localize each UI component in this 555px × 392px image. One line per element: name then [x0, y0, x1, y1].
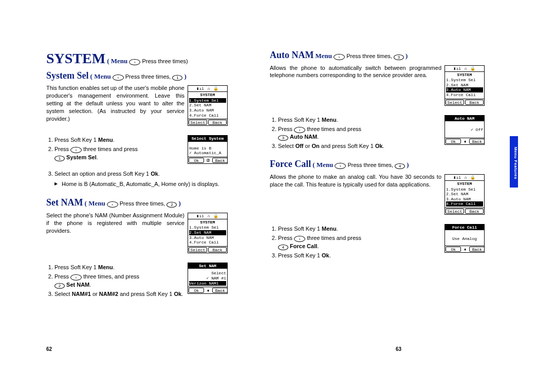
page-number-right: 63	[396, 346, 401, 352]
auto-nam-steps: Press Soft Key 1 Menu. Press › three tim…	[270, 116, 441, 151]
phone-screenshot: Set NAM Select ✓ NAM #1 Verizon NAM1 Ok …	[188, 263, 228, 294]
nav-right-icon: ›	[107, 201, 118, 208]
key-3-icon: 3	[278, 135, 288, 141]
phone-screenshot: Select System Home is B ✓ Automatic_A Ok…	[188, 135, 228, 164]
system-sel-tail-a: Press three times,	[125, 73, 173, 80]
step: Press › three times and press 4 Force Ca…	[278, 234, 441, 251]
page-number-left: 62	[46, 346, 52, 352]
phone-row: 2.Set NAM	[446, 83, 483, 88]
step-strong: Force Call	[290, 243, 317, 249]
force-call-tail-a: Press three times,	[347, 162, 395, 168]
step-text: Select an option and press Soft Key 1	[54, 171, 151, 177]
nav-right-icon: ›	[129, 59, 140, 65]
phone-soft-mid: ♦	[461, 138, 469, 144]
phone-screenshot: ▮ıl ⌂ 🔒 SYSTEM 1.System Sel 2.Set NAM 3.…	[188, 213, 228, 253]
force-call-menu: ( Menu	[312, 161, 333, 169]
step-text: Press	[54, 146, 70, 152]
phone-row: Select	[189, 271, 226, 276]
force-call-steps-row: Press Soft Key 1 Menu. Press › three tim…	[270, 223, 486, 261]
nav-right-icon: ›	[70, 274, 82, 281]
phone-title: SYSTEM	[445, 72, 484, 78]
system-sel-intro: This function enables set up of the user…	[46, 84, 184, 122]
phone-row: ✓ Off	[446, 127, 483, 133]
step-text: .	[337, 226, 338, 232]
phone-screenshot: ▮ıl ⌂ 🔒 SYSTEM 1.System Sel 2.Set NAM 3.…	[445, 65, 485, 106]
step-text: .	[89, 282, 91, 288]
phone-soft-right: Back	[469, 139, 485, 144]
force-call-heading: Force Call ( Menu › Press three times, 4…	[270, 159, 486, 170]
phone-softkeys: Ok ♦ Back	[445, 246, 484, 252]
key-1-icon: 1	[54, 156, 65, 161]
step-strong: On	[311, 143, 319, 149]
step-text: .	[317, 134, 319, 140]
phone-row: 3.Auto NAM	[189, 108, 226, 113]
auto-nam-head: Auto NAM	[270, 50, 314, 60]
phone-row: 2.Set NAM	[446, 192, 483, 197]
step-strong: Set NAM	[66, 282, 89, 288]
system-title-menu: ( Menu	[107, 57, 127, 65]
phone-status-bar: ▮ıl ⌂ 🔒	[445, 175, 484, 181]
nav-right-icon: ›	[294, 127, 305, 133]
step-strong: NAM#2	[99, 291, 118, 297]
step: Select Off or On and press Soft Key 1 Ok…	[278, 142, 441, 151]
system-title-tail: Press three times)	[142, 58, 188, 64]
phone-screenshot: Force Call Use Analog Ok ♦ Back	[445, 224, 485, 253]
system-sel-intro-row: This function enables set up of the user…	[46, 84, 229, 130]
phone-softkeys: Ok ♦ Back	[445, 138, 484, 144]
step-text: .	[158, 171, 160, 177]
step-strong: Ok	[322, 252, 329, 258]
step-text: .	[181, 291, 183, 297]
step-text: three times and press	[82, 146, 138, 152]
system-sel-steps: Press Soft Key 1 Menu. Press › three tim…	[46, 136, 184, 162]
set-nam-tail-b: )	[179, 199, 181, 207]
phone-title: SYSTEM	[445, 181, 484, 187]
phone-screenshot: Auto NAM ✓ Off Ok ♦ Back	[445, 115, 485, 145]
phone-softkeys: Select Back	[445, 208, 484, 214]
nav-right-icon: ›	[334, 54, 345, 60]
phone-row: Verizon NAM1	[189, 281, 226, 286]
step-text: Press Soft Key 1	[278, 226, 322, 232]
step: Press Soft Key 1 Menu.	[278, 116, 441, 124]
phone-softkeys: Ok ⦿ Back	[188, 157, 227, 163]
step-text: Press	[54, 273, 70, 279]
step-text: .	[113, 137, 115, 143]
phone-row: ✓ Automatic_A	[189, 151, 226, 156]
phone-soft-right: Back	[465, 209, 484, 214]
nav-right-icon: ›	[294, 236, 305, 242]
step: Press › three times and press 3 Auto NAM…	[278, 125, 441, 142]
system-sel-steps-row: Press Soft Key 1 Menu. Press › three tim…	[46, 134, 229, 168]
auto-nam-heading: Auto NAM Menu › Press three times, 3 )	[270, 50, 486, 61]
step-text: three times and press	[305, 126, 361, 132]
key-2-icon: 2	[54, 283, 65, 289]
phone-row: 1.System Sel	[446, 187, 483, 192]
step: Press › three times, and press 2 Set NAM…	[54, 273, 184, 289]
step: Select NAM#1 or NAM#2 and press Soft Key…	[54, 290, 184, 298]
system-sel-head: System Sel	[46, 70, 89, 81]
auto-nam-intro-row: Allows the phone to automatically switch…	[270, 64, 486, 110]
step-text: and press Soft Key 1	[320, 143, 375, 149]
step-text: or	[91, 291, 99, 297]
nav-right-icon: ›	[113, 74, 124, 81]
phone-row: 1.System Sel	[446, 78, 483, 83]
step-text: or	[304, 143, 312, 149]
step-strong: Ok	[151, 171, 158, 177]
set-nam-heading: Set NAM ( Menu › Press three times, 2 )	[46, 197, 229, 209]
set-nam-steps-row: Press Soft Key 1 Menu. Press › three tim…	[46, 262, 229, 300]
step-text: three times, and press	[82, 273, 139, 279]
right-page: Auto NAM Menu › Press three times, 3 ) A…	[270, 49, 486, 309]
phone-soft-right: Back	[469, 247, 485, 252]
step-text: .	[317, 243, 319, 249]
phone-title: Force Call	[445, 225, 484, 231]
phone-softkeys: Select Back	[445, 99, 484, 105]
auto-nam-menu: Menu	[316, 52, 332, 60]
system-sel-tail-b: )	[184, 72, 187, 80]
step-text: Press	[278, 235, 294, 241]
phone-soft-left: Ok	[446, 139, 461, 144]
phone-status-bar: ▮ıl ⌂ 🔒	[188, 86, 227, 92]
step-text: three times and press	[305, 235, 361, 241]
set-nam-section: Set NAM ( Menu › Press three times, 2 ) …	[46, 197, 229, 299]
set-nam-intro: Select the phone's NAM (Number Assignmen…	[46, 212, 184, 235]
set-nam-intro-row: Select the phone's NAM (Number Assignmen…	[46, 212, 229, 257]
key-3-icon: 3	[394, 54, 404, 60]
system-sel-heading: System Sel ( Menu › Press three times, 1…	[46, 70, 229, 82]
